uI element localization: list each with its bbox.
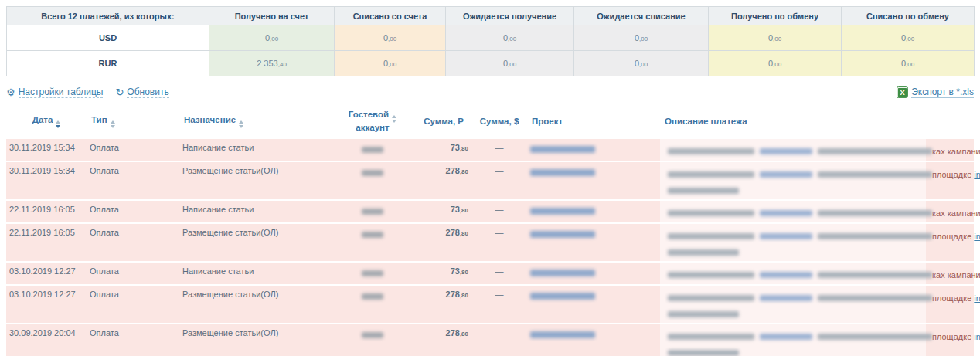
column-header-purpose[interactable]: Назначение [179, 105, 334, 139]
redacted-description-text [668, 210, 932, 216]
payment-amount-usd: — [471, 285, 527, 324]
column-header-project: Проект [527, 105, 660, 139]
project-cell [527, 324, 660, 356]
description-cell: ках кампании [660, 262, 974, 285]
redacted-guest-account [362, 332, 383, 338]
column-header-description: Описание платежа [660, 105, 974, 139]
payments-table: Дата Тип Назначение Гостевойаккаунт Сумм… [6, 105, 974, 356]
description-cell: ках кампании [660, 200, 974, 223]
summary-header-row: Всего 12 платежей, из которых: Получено … [7, 7, 975, 25]
summary-table: Всего 12 платежей, из которых: Получено … [6, 6, 975, 76]
gear-icon: ⚙ [6, 86, 15, 98]
payment-type: Оплата [87, 161, 179, 200]
redacted-project-link[interactable] [530, 270, 595, 276]
redacted-description-text [668, 272, 932, 278]
payment-amount-rub: 73,80 [411, 139, 471, 161]
redacted-guest-account [362, 293, 383, 300]
usd-received: 0,00 [209, 25, 335, 51]
payment-row: 03.10.2019 12:27 Оплата Написание статьи… [6, 262, 974, 285]
redacted-description-line2 [668, 348, 966, 356]
guest-account-cell [334, 161, 411, 200]
refresh-icon: ↻ [115, 86, 124, 98]
payment-date: 30.11.2019 15:34 [6, 161, 87, 200]
redacted-description-text [668, 148, 932, 154]
description-fragment-link[interactable]: inha.ru [974, 232, 980, 241]
usd-exchange-in: 0,00 [709, 25, 842, 51]
description-cell: ках кампании [660, 139, 974, 161]
payment-row: 30.11.2019 15:34 Оплата Размещение стать… [6, 161, 974, 200]
column-header-guest-account[interactable]: Гостевойаккаунт [334, 105, 411, 139]
sort-icon [239, 120, 243, 128]
payment-date: 22.11.2019 16:05 [6, 200, 87, 223]
refresh-button[interactable]: ↻ Обновить [115, 86, 168, 98]
redacted-description-line2 [668, 247, 966, 256]
description-fragment-link[interactable]: inha.ru [974, 170, 980, 179]
usd-pending-out: 0,00 [574, 25, 709, 51]
payment-date: 22.11.2019 16:05 [6, 223, 87, 262]
redacted-project-link[interactable] [530, 231, 595, 238]
payment-type: Оплата [87, 324, 179, 356]
excel-icon: X [897, 86, 908, 98]
usd-debited: 0,00 [335, 25, 446, 51]
redacted-project-link[interactable] [530, 146, 595, 153]
redacted-project-link[interactable] [530, 331, 595, 338]
payment-purpose: Размещение статьи(ОЛ) [179, 161, 334, 200]
redacted-project-link[interactable] [530, 293, 595, 300]
payment-purpose: Размещение статьи(ОЛ) [179, 324, 334, 356]
sort-icon [392, 115, 396, 123]
redacted-guest-account [362, 270, 383, 276]
redacted-description-line2 [668, 185, 966, 195]
redacted-guest-account [362, 232, 383, 238]
rur-debited: 0,00 [335, 51, 446, 76]
export-xls-button[interactable]: X Экспорт в *.xls [897, 86, 974, 98]
project-cell [527, 161, 660, 200]
description-fragment: площадке inha.ru в [932, 170, 980, 179]
currency-label: USD [7, 25, 209, 51]
project-cell [527, 139, 660, 161]
redacted-project-link[interactable] [530, 208, 595, 215]
summary-col-exchange-out: Списано по обмену [842, 7, 975, 25]
column-header-type[interactable]: Тип [87, 105, 179, 139]
payment-amount-usd: — [471, 139, 527, 161]
payment-amount-rub: 278,80 [411, 223, 471, 262]
redacted-project-link[interactable] [530, 169, 595, 176]
description-fragment-link[interactable]: inha.ru [974, 332, 980, 341]
description-fragment-link[interactable]: inha.ru [974, 293, 980, 303]
rur-exchange-out: 0,00 [842, 51, 975, 76]
redacted-guest-account [362, 170, 383, 176]
rur-pending-in: 0,00 [446, 51, 574, 76]
redacted-guest-account [362, 209, 383, 215]
column-header-date[interactable]: Дата [6, 105, 87, 139]
payment-row: 22.11.2019 16:05 Оплата Размещение стать… [6, 223, 974, 262]
guest-account-cell [334, 324, 411, 356]
table-settings-button[interactable]: ⚙ Настройки таблицы [6, 86, 103, 98]
summary-col-exchange-in: Получено по обмену [709, 7, 842, 25]
payment-amount-usd: — [471, 324, 527, 356]
summary-col-pending-out: Ожидается списание [574, 7, 709, 25]
project-cell [527, 285, 660, 324]
payment-amount-usd: — [471, 223, 527, 262]
description-cell: площадке inha.ru в [660, 161, 974, 200]
project-cell [527, 262, 660, 285]
payment-purpose: Написание статьи [179, 200, 334, 223]
summary-row-rur: RUR 2 353,40 0,00 0,00 0,00 0,00 0,00 [7, 51, 975, 76]
payment-purpose: Размещение статьи(ОЛ) [179, 285, 334, 324]
summary-row-usd: USD 0,00 0,00 0,00 0,00 0,00 0,00 [7, 25, 975, 51]
rur-received: 2 353,40 [209, 51, 335, 76]
payment-purpose: Написание статьи [179, 139, 334, 161]
payment-type: Оплата [87, 200, 179, 223]
guest-account-cell [334, 139, 411, 161]
currency-label: RUR [7, 51, 209, 76]
column-header-amount-usd: Сумма, $ [471, 105, 527, 139]
summary-col-pending-in: Ожидается получение [446, 7, 574, 25]
payment-amount-rub: 278,80 [411, 324, 471, 356]
table-settings-label: Настройки таблицы [19, 86, 104, 98]
redacted-description-text [668, 171, 932, 178]
description-fragment: площадке inha.ru в [932, 332, 980, 341]
description-fragment: ках кампании [932, 270, 980, 280]
payment-amount-rub: 278,80 [411, 161, 471, 200]
description-fragment: ках кампании [932, 209, 980, 218]
rur-pending-out: 0,00 [574, 51, 709, 76]
sort-icon [111, 120, 115, 128]
usd-exchange-out: 0,00 [842, 25, 975, 51]
